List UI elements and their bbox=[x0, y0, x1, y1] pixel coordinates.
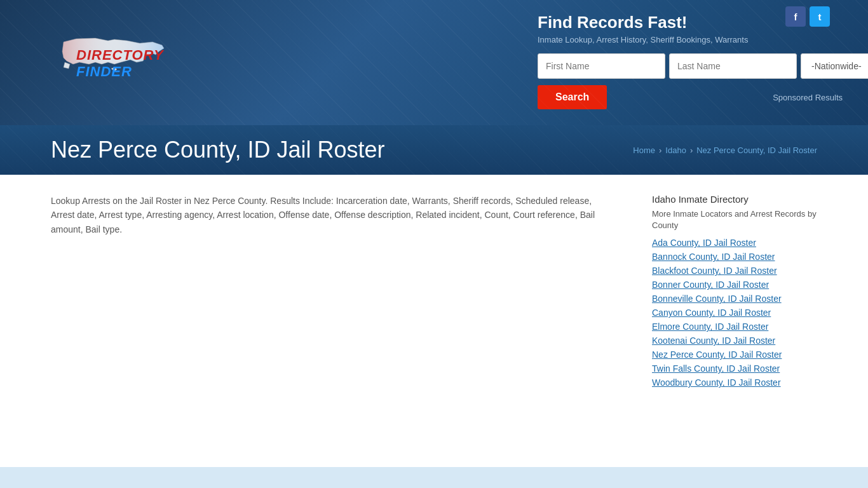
title-bar: Nez Perce County, ID Jail Roster Home › … bbox=[0, 125, 868, 175]
logo-container: Directory Finder bbox=[51, 29, 203, 93]
sidebar-link-item: Woodbury County, ID Jail Roster bbox=[652, 377, 817, 388]
page-title: Nez Perce County, ID Jail Roster bbox=[51, 137, 385, 163]
twitter-icon[interactable]: t bbox=[810, 6, 830, 27]
sidebar-link-item: Kootenai County, ID Jail Roster bbox=[652, 336, 817, 346]
breadcrumb-home[interactable]: Home bbox=[633, 146, 655, 155]
facebook-icon[interactable]: f bbox=[785, 6, 806, 27]
breadcrumb-sep-1: › bbox=[659, 146, 661, 155]
logo-finder-text: Finder bbox=[76, 64, 132, 79]
sidebar-link-5[interactable]: Canyon County, ID Jail Roster bbox=[652, 308, 771, 318]
sidebar-link-item: Bannock County, ID Jail Roster bbox=[652, 252, 817, 262]
header: Directory Finder Find Records Fast! Inma… bbox=[0, 0, 868, 125]
sidebar-link-item: Bonner County, ID Jail Roster bbox=[652, 280, 817, 290]
sidebar-link-7[interactable]: Kootenai County, ID Jail Roster bbox=[652, 336, 775, 346]
logo-text: Directory Finder bbox=[76, 47, 203, 80]
sidebar-link-2[interactable]: Blackfoot County, ID Jail Roster bbox=[652, 266, 777, 276]
intro-text: Lookup Arrests on the Jail Roster in Nez… bbox=[51, 194, 597, 236]
sidebar-link-item: Blackfoot County, ID Jail Roster bbox=[652, 266, 817, 276]
main-wrapper: Lookup Arrests on the Jail Roster in Nez… bbox=[0, 175, 868, 467]
sidebar-link-1[interactable]: Bannock County, ID Jail Roster bbox=[652, 252, 775, 262]
sidebar-link-8[interactable]: Nez Perce County, ID Jail Roster bbox=[652, 349, 782, 360]
breadcrumb-sep-2: › bbox=[690, 146, 693, 155]
sidebar-link-4[interactable]: Bonneville County, ID Jail Roster bbox=[652, 294, 782, 304]
sidebar-directory-title: Idaho Inmate Directory bbox=[652, 194, 817, 205]
sidebar-links: Ada County, ID Jail RosterBannock County… bbox=[652, 238, 817, 388]
sidebar-link-item: Ada County, ID Jail Roster bbox=[652, 238, 817, 248]
sidebar-link-9[interactable]: Twin Falls County, ID Jail Roster bbox=[652, 363, 780, 374]
last-name-input[interactable] bbox=[669, 53, 797, 79]
search-row: Search Sponsored Results bbox=[538, 85, 843, 109]
sidebar-link-3[interactable]: Bonner County, ID Jail Roster bbox=[652, 280, 769, 290]
sidebar: Idaho Inmate Directory More Inmate Locat… bbox=[652, 194, 817, 448]
social-bar: f t bbox=[785, 6, 830, 27]
sponsored-text: Sponsored Results bbox=[773, 93, 843, 102]
state-select[interactable]: -Nationwide- Alabama Alaska Arizona Arka… bbox=[801, 53, 868, 79]
sidebar-link-item: Nez Perce County, ID Jail Roster bbox=[652, 349, 817, 360]
sidebar-link-item: Bonneville County, ID Jail Roster bbox=[652, 294, 817, 304]
logo-directory-text: Directory bbox=[76, 47, 164, 63]
sidebar-link-item: Twin Falls County, ID Jail Roster bbox=[652, 363, 817, 374]
logo-area: Directory Finder bbox=[51, 29, 203, 93]
breadcrumb: Home › Idaho › Nez Perce County, ID Jail… bbox=[633, 146, 817, 155]
breadcrumb-current[interactable]: Nez Perce County, ID Jail Roster bbox=[696, 146, 817, 155]
sidebar-link-6[interactable]: Elmore County, ID Jail Roster bbox=[652, 322, 768, 332]
search-inputs: -Nationwide- Alabama Alaska Arizona Arka… bbox=[538, 53, 843, 79]
sidebar-link-item: Elmore County, ID Jail Roster bbox=[652, 322, 817, 332]
search-panel: Find Records Fast! Inmate Lookup, Arrest… bbox=[538, 13, 843, 109]
sidebar-link-10[interactable]: Woodbury County, ID Jail Roster bbox=[652, 377, 781, 388]
first-name-input[interactable] bbox=[538, 53, 665, 79]
sidebar-section-header: More Inmate Locators and Arrest Records … bbox=[652, 208, 817, 231]
content-area: Lookup Arrests on the Jail Roster in Nez… bbox=[51, 194, 627, 448]
breadcrumb-state[interactable]: Idaho bbox=[665, 146, 686, 155]
search-subline: Inmate Lookup, Arrest History, Sheriff B… bbox=[538, 35, 843, 44]
search-button[interactable]: Search bbox=[538, 85, 607, 109]
sidebar-link-0[interactable]: Ada County, ID Jail Roster bbox=[652, 238, 756, 248]
sidebar-link-item: Canyon County, ID Jail Roster bbox=[652, 308, 817, 318]
